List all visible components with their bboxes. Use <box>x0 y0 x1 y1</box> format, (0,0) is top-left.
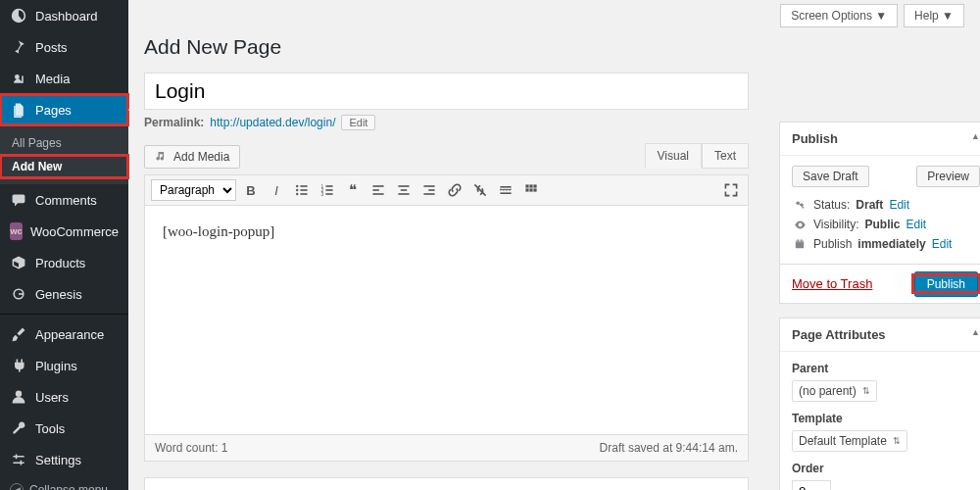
help-button[interactable]: Help ▼ <box>904 4 964 27</box>
format-select[interactable]: Paragraph <box>151 179 236 201</box>
sidebar-item-label: Appearance <box>35 327 104 342</box>
plug-icon <box>10 357 27 374</box>
sidebar-item-label: Users <box>35 390 69 405</box>
sidebar-item-plugins[interactable]: Plugins <box>0 350 128 381</box>
sidebar-item-pages[interactable]: Pages <box>0 94 128 125</box>
music-icon <box>155 150 169 164</box>
schedule-label: Publish <box>813 237 852 251</box>
tab-text[interactable]: Text <box>702 143 749 169</box>
tab-visual[interactable]: Visual <box>645 143 702 169</box>
sidebar-item-appearance[interactable]: Appearance <box>0 318 128 350</box>
toggle-icon: ▲ <box>971 327 980 342</box>
sidebar-item-comments[interactable]: Comments <box>0 184 128 216</box>
user-icon <box>10 388 27 406</box>
editor-toolbar: Paragraph B I 123 ❝ <box>144 174 749 205</box>
publish-header[interactable]: Publish ▲ <box>780 122 980 156</box>
link-icon[interactable] <box>444 179 466 201</box>
svg-rect-30 <box>525 188 528 191</box>
sidebar-item-label: Products <box>35 256 85 270</box>
move-to-trash-link[interactable]: Move to Trash <box>792 276 872 291</box>
seo-metabox: Theme SEO Settings ▲ <box>144 477 749 490</box>
svg-rect-29 <box>533 184 536 187</box>
sidebar-item-label: Pages <box>35 103 72 118</box>
svg-rect-26 <box>500 192 511 194</box>
add-media-button[interactable]: Add Media <box>144 145 240 169</box>
unlink-icon[interactable] <box>469 179 491 201</box>
save-draft-button[interactable]: Save Draft <box>792 166 869 187</box>
sidebar-item-users[interactable]: Users <box>0 381 128 413</box>
sidebar-item-tools[interactable]: Tools <box>0 413 128 444</box>
draft-saved: Draft saved at 9:44:14 am. <box>600 441 738 455</box>
italic-icon[interactable]: I <box>266 179 287 201</box>
attributes-body: Parent (no parent) ⇅ Template Default Te… <box>780 352 980 490</box>
publish-button[interactable]: Publish <box>914 271 978 297</box>
svg-rect-35 <box>796 240 804 242</box>
title-input[interactable] <box>144 73 749 110</box>
numbered-list-icon[interactable]: 123 <box>317 179 338 201</box>
seo-metabox-header[interactable]: Theme SEO Settings ▲ <box>145 478 748 490</box>
media-icon <box>10 70 27 87</box>
template-select[interactable]: Default Template ⇅ <box>792 430 907 452</box>
order-input[interactable] <box>792 480 831 490</box>
permalink-row: Permalink: http://updated.dev/login/ Edi… <box>144 110 749 135</box>
align-center-icon[interactable] <box>393 179 415 201</box>
schedule-edit-link[interactable]: Edit <box>932 237 953 251</box>
editor-status-bar: Word count: 1 Draft saved at 9:44:14 am. <box>144 435 749 462</box>
preview-button[interactable]: Preview <box>916 166 980 187</box>
attributes-header[interactable]: Page Attributes ▲ <box>780 318 980 352</box>
sidebar-item-dashboard[interactable]: Dashboard <box>0 0 128 31</box>
sidebar-item-posts[interactable]: Posts <box>0 31 128 63</box>
sidebar-item-label: Posts <box>35 40 68 55</box>
bold-icon[interactable]: B <box>240 179 262 201</box>
sidebar-sub-add-new[interactable]: Add New <box>0 155 128 178</box>
svg-rect-25 <box>500 189 511 190</box>
toolbar-toggle-icon[interactable] <box>520 179 542 201</box>
screen-options-button[interactable]: Screen Options ▼ <box>780 4 898 27</box>
chevron-updown-icon: ⇅ <box>862 386 870 396</box>
align-right-icon[interactable] <box>418 179 440 201</box>
sidebar-item-settings[interactable]: Settings <box>0 444 128 475</box>
visibility-value: Public <box>864 218 900 231</box>
svg-rect-15 <box>372 185 383 187</box>
align-left-icon[interactable] <box>368 179 389 201</box>
sidebar-item-label: Comments <box>35 193 97 208</box>
permalink-label: Permalink: <box>144 116 204 129</box>
sidebar-item-products[interactable]: Products <box>0 247 128 278</box>
parent-select[interactable]: (no parent) ⇅ <box>792 380 877 402</box>
svg-point-7 <box>296 193 298 195</box>
page-icon <box>10 101 27 119</box>
fullscreen-icon[interactable] <box>720 179 742 201</box>
order-label: Order <box>792 462 824 475</box>
content-editor[interactable]: [woo-login-popup] <box>144 205 749 435</box>
template-label: Template <box>792 412 843 425</box>
svg-rect-20 <box>398 193 409 195</box>
svg-rect-28 <box>529 184 532 187</box>
svg-rect-8 <box>300 193 307 195</box>
editor-tabs: Visual Text <box>645 143 749 169</box>
more-icon[interactable] <box>495 179 516 201</box>
sidebar-item-label: Plugins <box>35 359 77 373</box>
svg-rect-31 <box>529 188 532 191</box>
woo-icon: wc <box>10 222 23 240</box>
admin-sidebar: Dashboard Posts Media Pages All Pages Ad… <box>0 0 128 490</box>
main-content: Screen Options ▼ Help ▼ Add New Page Per… <box>128 0 980 490</box>
status-edit-link[interactable]: Edit <box>889 198 909 212</box>
bullet-list-icon[interactable] <box>291 179 313 201</box>
sidebar-item-label: Dashboard <box>35 9 98 24</box>
collapse-menu[interactable]: ◀ Collapse menu <box>0 475 128 490</box>
sidebar-item-genesis[interactable]: Genesis <box>0 278 128 310</box>
sidebar-item-label: WooCommerce <box>30 224 119 239</box>
permalink-edit-button[interactable]: Edit <box>341 115 375 130</box>
permalink-link[interactable]: http://updated.dev/login/ <box>210 116 335 129</box>
template-value: Default Template <box>799 434 887 448</box>
sidebar-item-woocommerce[interactable]: wc WooCommerce <box>0 216 128 247</box>
visibility-edit-link[interactable]: Edit <box>906 218 926 231</box>
blockquote-icon[interactable]: ❝ <box>342 179 364 201</box>
svg-rect-16 <box>372 189 378 191</box>
sidebar-item-media[interactable]: Media <box>0 63 128 94</box>
publish-metabox: Publish ▲ Save Draft Preview Status: Dra… <box>779 122 980 304</box>
svg-rect-36 <box>798 239 799 241</box>
sidebar-item-label: Tools <box>35 421 65 436</box>
sidebar-sub-all-pages[interactable]: All Pages <box>0 131 128 155</box>
key-icon <box>792 199 808 211</box>
